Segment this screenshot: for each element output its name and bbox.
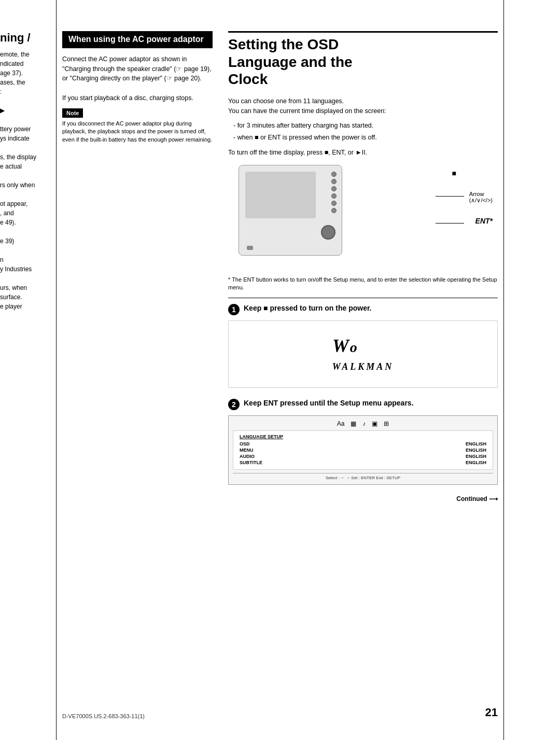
setup-value-audio: ENGLISH	[466, 454, 486, 459]
osd-bullet-2: when ■ or ENT is pressed when the power …	[233, 133, 498, 143]
ent-label: ENT*	[475, 217, 493, 225]
btn-2	[331, 179, 337, 184]
section-divider	[228, 298, 498, 298]
step-1-title: Keep ■ pressed to turn on the power.	[244, 303, 372, 313]
setup-label-audio: AUDIO	[240, 454, 255, 459]
ent-connector-line	[436, 223, 464, 224]
step-1-header: 1 Keep ■ pressed to turn on the power.	[228, 303, 498, 315]
setup-value-osd: ENGLISH	[466, 441, 486, 446]
osd-column: Setting the OSD Language and the Clock Y…	[228, 31, 498, 502]
left-partial-column: ning / emote, thendicatedage 37).ases, t…	[0, 31, 57, 311]
page-number: 21	[485, 706, 498, 719]
setup-menu-content: LANGUAGE SETUP OSD ENGLISH MENU ENGLISH …	[233, 430, 493, 470]
osd-title-line3: Clock	[228, 71, 268, 87]
icon-setup: ⊞	[384, 420, 389, 427]
step-1-number: 1	[228, 304, 240, 315]
partial-text: emote, thendicatedage 37).ases, the:▶tte…	[0, 50, 57, 311]
setup-menu-icons: Aa ▦ ♪ ▣ ⊞	[233, 420, 493, 427]
arrow-text: Arrow(∧/∨/</>)	[469, 191, 493, 203]
device-buttons	[331, 172, 337, 213]
setup-value-subtitle: ENGLISH	[466, 460, 486, 465]
note-box: Note If you disconnect the AC power adap…	[62, 108, 213, 144]
border-right	[503, 0, 504, 740]
partial-title: ning /	[0, 31, 57, 45]
osd-title-line2: Language and the	[228, 54, 353, 70]
setup-footer-bar: Select : ← → Set : ENTER Exit : SETUP	[233, 473, 493, 480]
continued-label: Continued	[228, 495, 498, 502]
lang-setup-header: LANGUAGE SETUP	[240, 434, 486, 439]
ac-body-text: Connect the AC power adaptor as shown in…	[62, 54, 213, 103]
osd-bullet-1: for 3 minutes after battery charging has…	[233, 121, 498, 131]
main-content: When using the AC power adaptor Connect …	[62, 31, 498, 502]
icon-video: ▣	[372, 420, 377, 427]
step-2-title: Keep ENT pressed until the Setup menu ap…	[244, 398, 414, 408]
content-columns: When using the AC power adaptor Connect …	[62, 31, 498, 502]
osd-turnoff-line: To turn off the time display, press ■, E…	[228, 148, 498, 158]
ac-section-body: Connect the AC power adaptor as shown in…	[62, 54, 213, 144]
setup-row-subtitle: SUBTITLE ENGLISH	[240, 460, 486, 465]
device-image	[239, 165, 342, 256]
arrow-label: Arrow(∧/∨/</>)	[469, 191, 493, 204]
ac-section-header: When using the AC power adaptor	[62, 31, 213, 48]
device-bottom-button	[247, 246, 253, 250]
osd-intro-line1: You can choose one from 11 languages.	[228, 97, 344, 105]
btn-3	[331, 186, 337, 191]
step-1: 1 Keep ■ pressed to turn on the power. W…	[228, 303, 498, 388]
device-nav-button	[321, 225, 335, 240]
osd-intro: You can choose one from 11 languages. Yo…	[228, 96, 498, 116]
setup-row-audio: AUDIO ENGLISH	[240, 454, 486, 459]
btn-5	[331, 201, 337, 206]
setup-label-menu: MENU	[240, 448, 254, 453]
btn-1	[331, 172, 337, 177]
ent-footnote: * The ENT button works to turn on/off th…	[228, 276, 498, 292]
arrow-connector-line	[436, 196, 464, 197]
icon-audio: ♪	[362, 420, 366, 427]
icon-display: ▦	[351, 420, 356, 427]
setup-label-subtitle: SUBTITLE	[240, 460, 262, 465]
setup-label-osd: OSD	[240, 441, 250, 446]
walkman-logo: Wo WALKMAN	[332, 335, 394, 373]
btn-6	[331, 208, 337, 213]
walkman-logo-box: Wo WALKMAN	[228, 320, 498, 388]
osd-bullet-list: for 3 minutes after battery charging has…	[228, 121, 498, 143]
step-2: 2 Keep ENT pressed until the Setup menu …	[228, 398, 498, 485]
note-label: Note	[62, 108, 83, 118]
osd-title-line1: Setting the OSD	[228, 36, 339, 52]
osd-title: Setting the OSD Language and the Clock	[228, 31, 498, 88]
walkman-w-icon: W	[332, 336, 350, 356]
ac-adaptor-column: When using the AC power adaptor Connect …	[62, 31, 213, 502]
device-screen	[245, 172, 316, 218]
btn-4	[331, 193, 337, 199]
icon-language: Aa	[337, 420, 345, 427]
step-2-number: 2	[228, 399, 240, 410]
note-text: If you disconnect the AC power adaptor p…	[62, 120, 213, 144]
footer-code: D-VE7000S.US.2-683-363-11(1)	[62, 713, 145, 719]
device-illustration: ■ Arrow(∧/∨/</>) ENT*	[228, 165, 498, 269]
partial-line-1: emote, thendicatedage 37).ases, the:▶tte…	[0, 51, 36, 310]
stop-symbol-label: ■	[452, 169, 456, 177]
walkman-text: WALKMAN	[332, 361, 394, 372]
osd-intro-line2: You can have the current time displayed …	[228, 107, 386, 115]
setup-menu-box: Aa ▦ ♪ ▣ ⊞ LANGUAGE SETUP OSD ENGLISH	[228, 415, 498, 485]
setup-row-menu: MENU ENGLISH	[240, 448, 486, 453]
setup-value-menu: ENGLISH	[466, 448, 486, 453]
setup-row-osd: OSD ENGLISH	[240, 441, 486, 446]
step-2-header: 2 Keep ENT pressed until the Setup menu …	[228, 398, 498, 410]
page: ning / emote, thendicatedage 37).ases, t…	[0, 0, 560, 740]
